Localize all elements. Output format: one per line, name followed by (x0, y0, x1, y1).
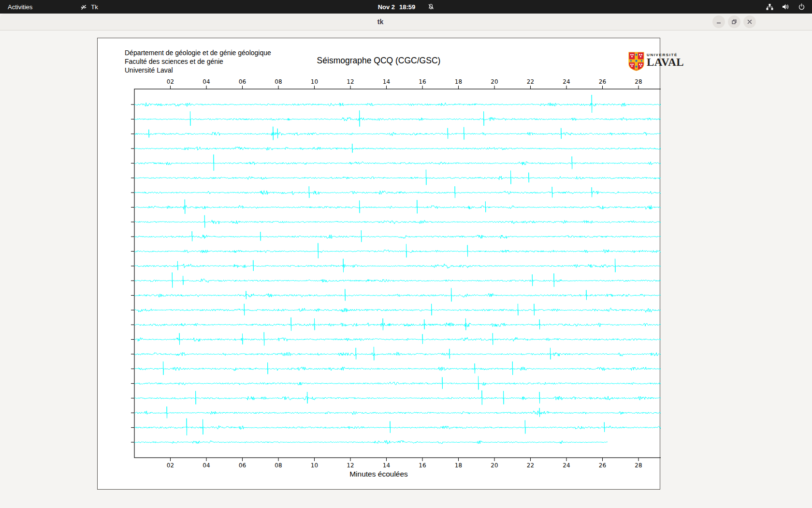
x-tick-label-top: 22 (527, 78, 534, 85)
seismic-spike (450, 349, 450, 359)
seismic-spike (465, 318, 466, 330)
plot-box (134, 89, 661, 458)
x-tick-label-bottom: 26 (599, 462, 606, 469)
seismic-trace (134, 118, 661, 121)
seismic-trace (134, 426, 661, 430)
seismic-spike (518, 304, 518, 315)
seismic-spike (185, 199, 185, 214)
seismic-spike (615, 259, 616, 272)
seismic-spike (149, 130, 149, 138)
seismic-spike (554, 273, 554, 287)
seismic-spike (424, 319, 425, 329)
seismic-spike (534, 304, 535, 315)
x-tick-label-bottom: 28 (635, 462, 642, 469)
seismic-spike (592, 187, 592, 197)
x-tick-label-bottom: 20 (491, 462, 498, 469)
seismic-spike (478, 376, 478, 390)
x-axis-title: Minutes écoulées (98, 470, 660, 478)
seismic-spike (277, 129, 278, 138)
seismic-spike (196, 391, 196, 404)
system-status-area[interactable] (766, 0, 805, 14)
seismic-spike (190, 111, 190, 126)
minimize-icon (716, 19, 722, 25)
x-tick-label-bottom: 04 (203, 462, 210, 469)
x-tick-label-bottom: 06 (239, 462, 246, 469)
tk-app-icon (80, 3, 87, 11)
window-titlebar: tk (0, 14, 812, 30)
desktop: { "topbar": { "activities_label": "Activ… (0, 0, 812, 508)
seismic-trace (134, 308, 661, 312)
seismic-trace (134, 352, 661, 357)
seismic-spike (361, 230, 362, 242)
clock-date: Nov 2 (378, 3, 395, 11)
seismic-spike (243, 334, 243, 344)
seismogram-svg: 0202040406060808101012121414161618182020… (98, 38, 661, 490)
seismic-trace (134, 323, 661, 327)
seismic-trace (134, 235, 661, 239)
seismic-spike (318, 243, 319, 258)
seismic-spike (525, 420, 525, 434)
seismic-spike (539, 319, 540, 329)
x-tick-label-top: 06 (239, 78, 246, 85)
seismic-spike (172, 272, 173, 287)
seismic-trace (134, 191, 661, 195)
seismic-spike (532, 274, 533, 286)
seismic-spike (512, 361, 513, 375)
seismic-spike (253, 260, 254, 271)
seismic-spike (244, 304, 245, 315)
volume-icon (782, 3, 790, 10)
seismic-spike (383, 318, 383, 330)
seismic-spike (426, 170, 426, 185)
seismic-spike (167, 406, 167, 418)
x-tick-label-top: 24 (563, 78, 570, 85)
seismograph-figure-canvas: Département de géologie et de génie géol… (97, 38, 660, 490)
seismic-spike (485, 201, 486, 212)
x-tick-label-top: 18 (455, 78, 462, 85)
close-button[interactable] (743, 15, 756, 28)
seismic-spike (268, 362, 268, 374)
tk-app-menu[interactable]: Tk (76, 0, 102, 14)
x-tick-label-bottom: 02 (167, 462, 174, 469)
x-tick-label-bottom: 08 (275, 462, 282, 469)
x-tick-label-bottom: 14 (383, 462, 390, 469)
seismic-spike (572, 156, 572, 169)
activities-button[interactable]: Activities (0, 0, 40, 14)
close-icon (747, 19, 753, 25)
seismic-spike (343, 259, 344, 272)
seismic-spike (529, 173, 529, 182)
seismic-spike (360, 200, 360, 213)
window-content: Département de géologie et de génie géol… (0, 30, 812, 508)
seismic-spike (203, 419, 203, 434)
seismic-spike (504, 391, 504, 404)
seismic-spike (475, 363, 475, 373)
seismic-trace (134, 176, 661, 180)
x-tick-label-bottom: 16 (419, 462, 426, 469)
x-tick-label-bottom: 22 (527, 462, 534, 469)
x-tick-label-bottom: 18 (455, 462, 462, 469)
x-tick-label-top: 12 (347, 78, 354, 85)
maximize-button[interactable] (728, 15, 740, 28)
seismic-spike (417, 200, 418, 213)
seismic-spike (204, 215, 205, 228)
seismic-trace (134, 147, 661, 150)
seismic-spike (442, 377, 443, 389)
seismic-spike (261, 232, 261, 241)
notifications-muted-bell-icon (427, 3, 434, 10)
seismic-trace (134, 103, 661, 106)
seismic-spike (432, 304, 432, 315)
seismic-trace (134, 294, 661, 298)
seismic-trace (134, 205, 661, 209)
clock-button[interactable]: Nov 2 18:59 (378, 0, 435, 14)
seismic-trace (134, 162, 661, 165)
minimize-button[interactable] (712, 15, 725, 28)
x-tick-label-top: 28 (635, 78, 642, 85)
seismic-spike (307, 392, 308, 403)
seismic-spike (406, 244, 406, 258)
seismic-spike (482, 390, 482, 405)
x-tick-label-top: 26 (599, 78, 606, 85)
seismic-spike (345, 289, 346, 301)
seismic-trace (134, 132, 661, 135)
seismic-spike (315, 318, 315, 330)
seismic-spike (291, 317, 291, 331)
x-tick-label-top: 02 (167, 78, 174, 85)
